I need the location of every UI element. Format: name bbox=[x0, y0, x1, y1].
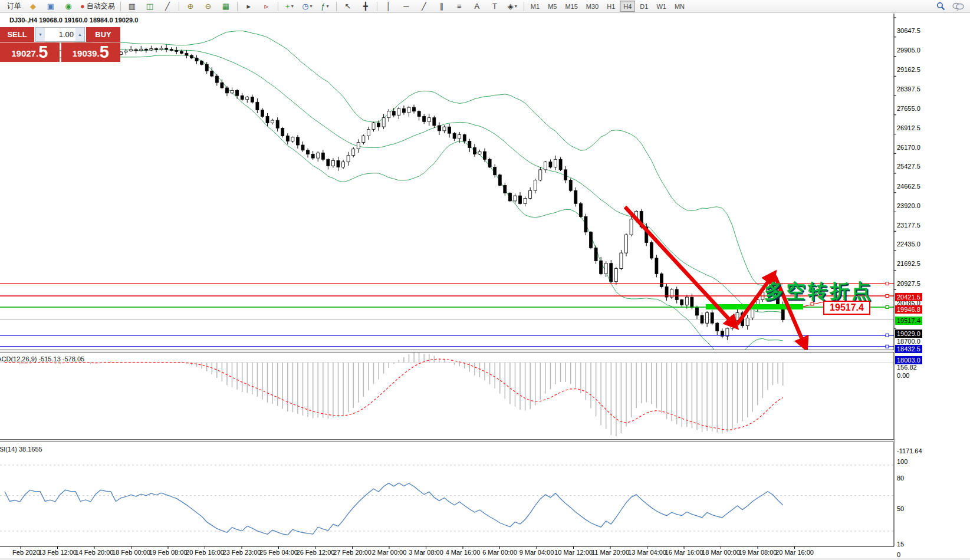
auto-scroll-icon[interactable]: ▸ bbox=[241, 1, 257, 12]
toolbar: 订单◆▣◉●自动交易▥◫╱⊕⊖▦▸▹+▾◷▾ƒ▾↖╋│─╱∥≡AT◈▾M1M5M… bbox=[0, 0, 970, 13]
search-icon[interactable] bbox=[936, 2, 945, 11]
time-tick-label: 3 Mar 08:00 bbox=[409, 549, 443, 556]
auto-scroll-icon: ▸ bbox=[247, 2, 251, 11]
profiles-icon[interactable]: ◷▾ bbox=[299, 1, 315, 12]
autotrading-button: ● bbox=[80, 2, 85, 11]
volume-input[interactable] bbox=[45, 28, 75, 41]
tf-mn[interactable]: MN bbox=[671, 1, 688, 12]
text-label-icon[interactable]: T bbox=[486, 1, 503, 12]
bar-chart-icon[interactable]: ▥ bbox=[124, 1, 140, 12]
time-tick-label: 18 Feb 00:00 bbox=[112, 549, 150, 556]
indicators-icon[interactable]: ƒ▾ bbox=[317, 1, 333, 12]
rsi-scale-label: 100 bbox=[897, 458, 907, 466]
price-tick-label: 30647.5 bbox=[897, 27, 920, 35]
cursor-icon[interactable]: ↖ bbox=[340, 1, 356, 12]
crosshair-icon: ╋ bbox=[363, 2, 368, 11]
horizontal-levels[interactable] bbox=[0, 282, 894, 348]
sell-price-panel[interactable]: 19027.5 bbox=[0, 42, 60, 62]
pane-separator-main-macd[interactable] bbox=[0, 350, 894, 353]
text-icon[interactable]: A bbox=[469, 1, 485, 12]
vertical-line-icon: │ bbox=[386, 2, 391, 11]
level-price-label: 18003.0 bbox=[895, 356, 922, 364]
candlestick-chart-icon: ◫ bbox=[146, 2, 153, 11]
autotrading-button[interactable]: ●自动交易 bbox=[78, 1, 117, 12]
candlestick-chart-icon[interactable]: ◫ bbox=[142, 1, 158, 12]
tf-d1[interactable]: D1 bbox=[636, 1, 652, 12]
price-tick-label: 21692.5 bbox=[897, 260, 920, 268]
rsi-indicator bbox=[0, 465, 894, 535]
buy-button[interactable]: BUY bbox=[86, 27, 120, 42]
new-order-icon: ◆ bbox=[30, 2, 36, 11]
tf-m15[interactable]: M15 bbox=[561, 1, 581, 12]
tile-windows-icon[interactable]: ▦ bbox=[218, 1, 234, 12]
macd-scale-label: 0.00 bbox=[897, 372, 909, 380]
mt4-window: 订单◆▣◉●自动交易▥◫╱⊕⊖▦▸▹+▾◷▾ƒ▾↖╋│─╱∥≡AT◈▾M1M5M… bbox=[0, 0, 970, 560]
price-tick-label: 23177.5 bbox=[897, 222, 920, 229]
rsi-scale-label: 15 bbox=[897, 541, 904, 548]
macd-indicator bbox=[0, 353, 894, 436]
pane-borders bbox=[0, 14, 896, 549]
level-price-label: 18432.5 bbox=[895, 345, 922, 353]
chart-area[interactable]: DJ30-,H4 19068.0 19160.0 18984.0 19029.0… bbox=[0, 14, 970, 560]
sell-price-frac: 5 bbox=[38, 44, 48, 61]
price-tick-label: 25427.5 bbox=[897, 163, 920, 170]
price-tick-label: 29162.5 bbox=[897, 66, 920, 74]
time-tick-label: 19 Mar 08:00 bbox=[739, 549, 777, 556]
symbol-info: DJ30-,H4 19068.0 19160.0 18984.0 19029.0 bbox=[9, 17, 138, 24]
chat-icon[interactable] bbox=[952, 2, 964, 11]
crosshair-icon[interactable]: ╋ bbox=[357, 1, 374, 12]
time-tick-label: 9 Mar 04:00 bbox=[519, 549, 554, 556]
tf-w1[interactable]: W1 bbox=[653, 1, 670, 12]
new-chart-icon[interactable]: +▾ bbox=[281, 1, 298, 12]
market-watch-icon: ▣ bbox=[47, 2, 54, 11]
trend-arrows[interactable] bbox=[625, 207, 805, 347]
level-price-label: 19517.4 bbox=[895, 317, 922, 325]
price-annotation-box[interactable]: 19517.4 bbox=[823, 301, 870, 315]
volume-spinner: ▼ ▲ bbox=[35, 27, 85, 42]
price-tick-label: 23920.0 bbox=[897, 202, 920, 210]
vertical-line-icon[interactable]: │ bbox=[380, 1, 397, 12]
sell-button[interactable]: SELL bbox=[0, 27, 34, 42]
orders-button[interactable]: 订单 bbox=[3, 1, 24, 12]
new-order-icon[interactable]: ◆ bbox=[25, 1, 41, 12]
macd-signal-line bbox=[5, 359, 783, 430]
tf-m30[interactable]: M30 bbox=[583, 1, 602, 12]
horizontal-line-icon: ─ bbox=[403, 2, 409, 11]
rsi-scale-label: 80 bbox=[897, 475, 904, 482]
price-tick-label: 26912.5 bbox=[897, 124, 920, 132]
tf-h4[interactable]: H4 bbox=[620, 1, 635, 12]
arrows-icon[interactable]: ◈▾ bbox=[504, 1, 521, 12]
fibonacci-icon[interactable]: ≡ bbox=[451, 1, 468, 12]
zoom-out-icon[interactable]: ⊖ bbox=[200, 1, 216, 12]
trendline-icon[interactable]: ╱ bbox=[416, 1, 432, 12]
time-tick-label: 20 Mar 16:00 bbox=[775, 549, 814, 556]
time-tick-label: 2 Mar 00:00 bbox=[372, 549, 407, 556]
line-chart-icon[interactable]: ╱ bbox=[159, 1, 176, 12]
tf-h1[interactable]: H1 bbox=[603, 1, 619, 12]
time-tick-label: Feb 2020 bbox=[12, 549, 40, 556]
bollinger-bands bbox=[45, 31, 782, 364]
chart-shift-icon: ▹ bbox=[265, 2, 269, 11]
toolbar-separator bbox=[179, 2, 179, 11]
price-tick-label: 28397.5 bbox=[897, 85, 920, 93]
level-price-label: 19946.8 bbox=[895, 305, 922, 314]
tile-windows-icon: ▦ bbox=[222, 2, 229, 11]
horizontal-line-icon[interactable]: ─ bbox=[398, 1, 415, 12]
price-tick-label: 26170.0 bbox=[897, 144, 920, 151]
tf-m1[interactable]: M1 bbox=[527, 1, 543, 12]
signals-icon[interactable]: ◉ bbox=[60, 1, 77, 12]
volume-decrease-button[interactable]: ▼ bbox=[36, 28, 45, 41]
market-watch-icon[interactable]: ▣ bbox=[42, 1, 59, 12]
bar-chart-icon: ▥ bbox=[129, 2, 136, 11]
volume-increase-button[interactable]: ▲ bbox=[75, 28, 84, 41]
fibonacci-icon: ≡ bbox=[457, 2, 462, 11]
chart-shift-icon[interactable]: ▹ bbox=[258, 1, 275, 12]
pane-separator-macd-rsi[interactable] bbox=[0, 439, 894, 442]
buy-price-panel[interactable]: 19039.5 bbox=[61, 42, 121, 62]
zoom-in-icon[interactable]: ⊕ bbox=[182, 1, 199, 12]
chevron-down-icon: ▾ bbox=[515, 4, 517, 9]
channel-icon[interactable]: ∥ bbox=[433, 1, 450, 12]
time-tick-label: 27 Feb 20:00 bbox=[333, 549, 371, 556]
time-tick-label: 13 Feb 12:00 bbox=[38, 549, 77, 556]
tf-m5[interactable]: M5 bbox=[544, 1, 560, 12]
